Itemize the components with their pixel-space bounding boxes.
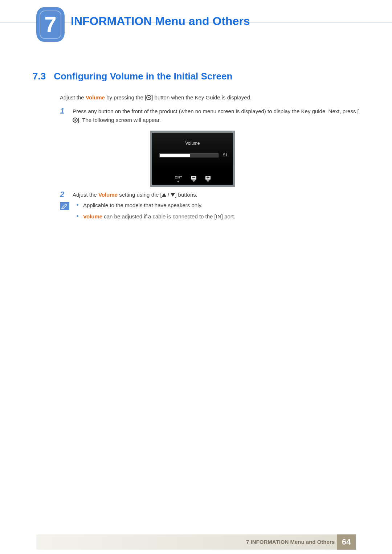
- step-1-text-a: Press any button on the front of the pro…: [73, 108, 359, 114]
- osd-exit-button: EXIT: [175, 176, 182, 182]
- step-1-number: 1: [60, 107, 67, 124]
- chapter-tab-inner: 7: [40, 11, 61, 39]
- triangle-down-icon: [207, 180, 209, 182]
- chapter-tab: 7: [36, 7, 65, 42]
- step-2-text: Adjust the Volume setting using the [ / …: [73, 190, 197, 199]
- footer-page-box: 64: [337, 534, 356, 550]
- chapter-number: 7: [44, 12, 56, 37]
- chapter-title: INFORMATION Menu and Others: [71, 15, 250, 28]
- triangle-up-icon: [162, 193, 166, 197]
- step-2-text-a: Adjust the: [73, 192, 98, 198]
- osd-bar-fill: [160, 154, 190, 157]
- osd-title: Volume: [152, 141, 233, 146]
- osd-button-row: EXIT: [152, 176, 233, 182]
- footer-text: 7 INFORMATION Menu and Others: [246, 539, 335, 545]
- triangle-down-icon: [171, 193, 175, 197]
- note-list: Applicable to the models that have speak…: [77, 201, 235, 224]
- step-2-number: 2: [60, 190, 67, 199]
- footer-page-number: 64: [342, 537, 351, 547]
- step-1-text: Press any button on the front of the pro…: [73, 107, 363, 124]
- step-1: 1 Press any button on the front of the p…: [60, 107, 363, 124]
- intro-volume-word: Volume: [86, 94, 105, 100]
- intro-post2: ] button when the Key Guide is displayed…: [151, 94, 252, 100]
- intro-post: by pressing the [: [105, 94, 146, 100]
- note-1-text: Applicable to the models that have speak…: [83, 202, 203, 208]
- triangle-down-icon: [192, 180, 195, 182]
- osd-minus-button: [191, 176, 196, 182]
- osd-bar-track: [159, 153, 219, 157]
- note-item-1: Applicable to the models that have speak…: [77, 201, 235, 209]
- step-2-text-b: setting using the [: [118, 192, 162, 198]
- minus-icon: [191, 176, 196, 180]
- note-item-2: Volume can be adjusted if a cable is con…: [77, 213, 235, 220]
- osd-volume-bar: [159, 153, 219, 158]
- step-2-volume-word: Volume: [98, 192, 118, 198]
- jog-button-icon: [73, 118, 78, 123]
- section-number: 7.3: [33, 71, 46, 82]
- note-2-rest: can be adjusted if a cable is connected …: [102, 213, 235, 219]
- osd-plus-button: [205, 176, 211, 182]
- note-2-volume-word: Volume: [83, 213, 102, 219]
- triangle-down-icon: [177, 181, 180, 182]
- osd-exit-label: EXIT: [175, 176, 182, 180]
- section-heading: 7.3 Configuring Volume in the Initial Sc…: [33, 71, 232, 82]
- intro-pre: Adjust the: [60, 94, 86, 100]
- step-2: 2 Adjust the Volume setting using the [ …: [60, 190, 363, 199]
- note-icon: [60, 202, 69, 210]
- osd-inner: Volume 51 EXIT: [152, 133, 233, 185]
- step-1-text-b: ]. The following screen will appear.: [78, 117, 161, 123]
- osd-volume-value: 51: [223, 153, 228, 157]
- step-2-text-c: ] buttons.: [175, 192, 197, 198]
- section-title: Configuring Volume in the Initial Screen: [54, 71, 232, 82]
- jog-button-icon: [146, 95, 151, 100]
- note-block: Applicable to the models that have speak…: [60, 201, 363, 224]
- footer: 7 INFORMATION Menu and Others 64: [0, 534, 392, 550]
- intro-text: Adjust the Volume by pressing the [] but…: [60, 94, 252, 100]
- osd-volume-panel: Volume 51 EXIT: [150, 131, 235, 187]
- plus-icon: [205, 176, 211, 180]
